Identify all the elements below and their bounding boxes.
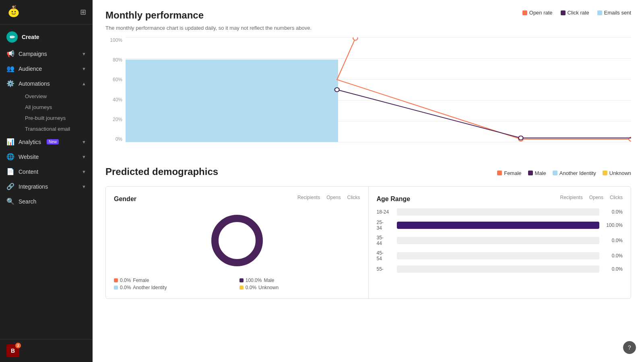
y-label-0: 0% (105, 136, 122, 142)
help-button[interactable]: ? (623, 341, 636, 354)
create-icon: ✏ (6, 31, 18, 43)
age-bars-container: 18-24 0.0% 25-34 100.0% 35 (377, 208, 623, 273)
age-range-title: Age Range (377, 195, 411, 203)
another-pct: 0.0% (120, 285, 131, 290)
open-rate-label: Open rate (529, 10, 553, 16)
age-label-35-44: 35-44 (377, 235, 393, 246)
automations-submenu: Overview All journeys Pre-built journeys… (0, 91, 93, 134)
age-pct-45-54: 0.0% (603, 253, 623, 259)
analytics-icon: 📊 (6, 138, 14, 146)
age-label-55-plus: 55- (377, 266, 393, 272)
donut-legend-male: 100.0% Male (239, 278, 360, 283)
age-clicks-header: Clicks (610, 195, 623, 200)
chevron-down-icon: ▼ (82, 66, 86, 71)
y-axis: 100% 80% 60% 40% 20% 0% (105, 37, 122, 142)
mailchimp-logo: 🐒 (6, 5, 21, 19)
legend-male: Male (528, 170, 546, 176)
monthly-performance-title: Monthly performance (105, 10, 204, 21)
sidebar-item-campaigns-label: Campaigns (19, 51, 47, 57)
emails-sent-dot (597, 10, 602, 15)
sidebar-sub-all-journeys[interactable]: All journeys (19, 102, 93, 113)
sidebar-item-content[interactable]: 📄 Content ▼ (0, 164, 93, 179)
age-label-25-34: 25-34 (377, 220, 393, 231)
y-label-60: 60% (105, 77, 122, 82)
chevron-down-icon: ▼ (82, 184, 86, 189)
sidebar-item-search[interactable]: 🔍 Search (0, 194, 93, 209)
sidebar-item-website-label: Website (19, 154, 39, 160)
age-bar-bg-25-34 (397, 222, 600, 229)
legend-emails-sent: Emails sent (597, 10, 631, 16)
legend-click-rate: Click rate (561, 10, 589, 16)
sidebar: 🐒 ⊞ ✏ Create 📢 Campaigns ▼ 👥 Audience ▼ … (0, 0, 93, 362)
female-label-legend: Female (133, 278, 149, 283)
y-label-40: 40% (105, 97, 122, 103)
age-bar-bg-18-24 (397, 208, 600, 216)
svg-point-3 (14, 11, 16, 12)
svg-text:🐒: 🐒 (12, 5, 17, 10)
sidebar-item-integrations-label: Integrations (19, 183, 48, 190)
main-content: Monthly performance Open rate Click rate… (93, 0, 644, 362)
search-icon: 🔍 (6, 197, 14, 205)
monthly-performance-section: Monthly performance Open rate Click rate… (105, 10, 631, 150)
age-bar-bg-55-plus (397, 265, 600, 273)
age-pct-55-plus: 0.0% (603, 266, 623, 272)
sidebar-item-campaigns[interactable]: 📢 Campaigns ▼ (0, 46, 93, 61)
unknown-label-legend: Unknown (258, 285, 279, 290)
y-label-20: 20% (105, 117, 122, 122)
user-profile[interactable]: B 2 (6, 344, 86, 357)
analytics-new-badge: New (47, 139, 59, 144)
sidebar-item-audience[interactable]: 👥 Audience ▼ (0, 61, 93, 76)
sidebar-item-search-label: Search (19, 198, 36, 205)
click-rate-dot (561, 10, 566, 15)
sidebar-item-integrations[interactable]: 🔗 Integrations ▼ (0, 179, 93, 194)
age-row-45-54: 45-54 0.0% (377, 250, 623, 261)
sidebar-sub-prebuilt[interactable]: Pre-built journeys (19, 113, 93, 123)
age-row-35-44: 35-44 0.0% (377, 235, 623, 246)
svg-point-10 (518, 136, 523, 140)
male-swatch (239, 278, 244, 282)
sidebar-item-website[interactable]: 🌐 Website ▼ (0, 149, 93, 164)
sidebar-item-analytics[interactable]: 📊 Analytics New ▼ (0, 134, 93, 149)
svg-point-4 (16, 10, 18, 13)
age-bar-fill-25-34 (397, 222, 600, 229)
age-pct-35-44: 0.0% (603, 238, 623, 243)
chevron-up-icon: ▲ (82, 81, 86, 86)
y-label-100: 100% (105, 37, 122, 43)
female-swatch (114, 278, 118, 282)
age-range-card: Age Range Recipients Opens Clicks 18-24 (369, 187, 631, 298)
age-bar-bg-45-54 (397, 252, 600, 259)
sidebar-toggle-button[interactable]: ⊞ (80, 8, 86, 16)
sidebar-sub-transactional[interactable]: Transactional email (19, 123, 93, 134)
gender-col-headers: Recipients Opens Clicks (297, 195, 360, 200)
avatar: B 2 (6, 344, 19, 357)
gender-donut-chart (114, 208, 360, 273)
predicted-demographics-section: Predicted demographics Female Male Anoth… (105, 166, 631, 299)
gender-title: Gender (114, 195, 136, 203)
sidebar-item-create[interactable]: ✏ Create (0, 28, 93, 46)
age-opens-header: Opens (589, 195, 603, 200)
gender-opens-header: Opens (326, 195, 341, 200)
age-recipients-header: Recipients (560, 195, 583, 200)
sidebar-item-automations[interactable]: ⚙️ Automations ▲ (0, 76, 93, 91)
sidebar-item-create-label: Create (22, 34, 39, 40)
unknown-swatch (239, 286, 244, 290)
monthly-performance-subtitle: The monthly performance chart is updated… (105, 25, 631, 31)
demographics-legend: Female Male Another Identity Unknown (497, 170, 631, 176)
demographics-title: Predicted demographics (105, 166, 218, 177)
age-bar-bg-35-44 (397, 237, 600, 244)
sidebar-bottom: B 2 (0, 339, 93, 362)
another-identity-label-legend: Another Identity (133, 285, 167, 290)
website-icon: 🌐 (6, 153, 14, 160)
male-pct: 100.0% (246, 278, 262, 283)
click-rate-label: Click rate (568, 10, 589, 16)
sidebar-item-audience-label: Audience (19, 66, 42, 72)
emails-sent-label: Emails sent (604, 10, 631, 16)
sidebar-sub-overview[interactable]: Overview (19, 91, 93, 102)
demographics-header: Predicted demographics Female Male Anoth… (105, 166, 631, 180)
y-label-80: 80% (105, 57, 122, 63)
female-dot (497, 171, 502, 175)
chevron-down-icon: ▼ (82, 169, 86, 174)
audience-icon: 👥 (6, 65, 14, 72)
age-row-18-24: 18-24 0.0% (377, 208, 623, 216)
svg-point-11 (215, 218, 259, 263)
